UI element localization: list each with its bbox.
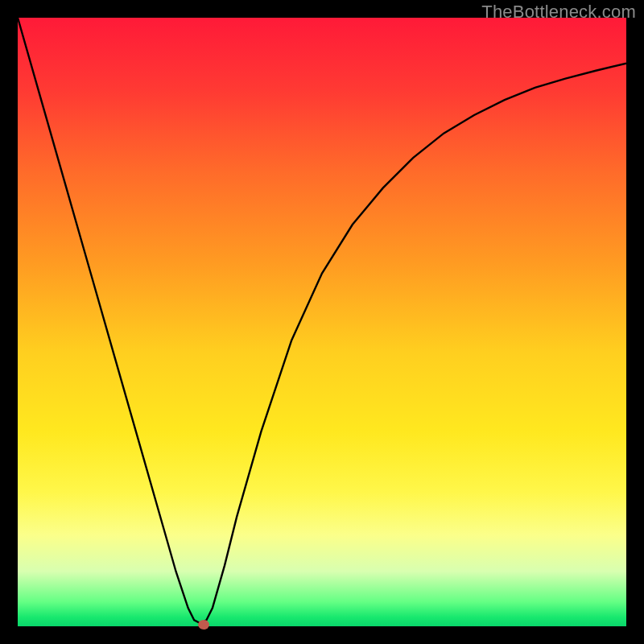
- curve-path: [18, 18, 626, 623]
- minimum-marker: [198, 620, 209, 630]
- chart-plot-area: [18, 18, 626, 626]
- bottleneck-curve: [18, 18, 626, 626]
- watermark-text: TheBottleneck.com: [481, 2, 636, 23]
- chart-frame: TheBottleneck.com: [0, 0, 644, 644]
